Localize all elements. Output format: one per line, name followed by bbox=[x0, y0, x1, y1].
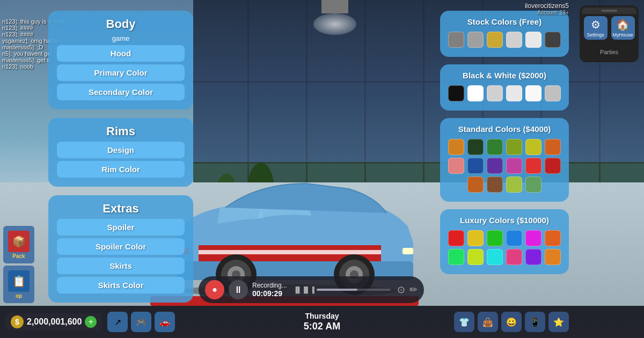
luxury-colors-box: Luxury Colors ($10000) bbox=[440, 209, 569, 274]
op-icon: 📋 bbox=[8, 270, 30, 292]
color-swatch[interactable] bbox=[545, 249, 561, 265]
username-display: iloverocitizens5 Account: 13+ bbox=[525, 2, 569, 16]
pause-recording-button[interactable]: ⏸ bbox=[229, 280, 248, 299]
arrow-icon-button[interactable]: ↗ bbox=[107, 312, 128, 332]
color-swatch[interactable] bbox=[487, 230, 503, 246]
money-amount: 2,000,001,600 bbox=[27, 317, 82, 327]
color-swatch[interactable] bbox=[448, 158, 464, 174]
shirt-icon-button[interactable]: 👕 bbox=[454, 312, 474, 332]
skirts-color-button[interactable]: Skirts Color bbox=[57, 277, 185, 293]
color-swatch[interactable] bbox=[506, 85, 522, 101]
color-swatch[interactable] bbox=[448, 249, 464, 265]
color-swatch[interactable] bbox=[487, 32, 503, 48]
color-swatch[interactable] bbox=[448, 230, 464, 246]
body-subtitle: game bbox=[57, 34, 185, 42]
dollar-icon: $ bbox=[11, 315, 24, 328]
color-swatch[interactable] bbox=[525, 249, 541, 265]
color-swatch[interactable] bbox=[487, 249, 503, 265]
color-swatch[interactable] bbox=[448, 85, 464, 101]
color-swatch[interactable] bbox=[525, 158, 541, 174]
color-swatch[interactable] bbox=[506, 139, 522, 155]
color-swatch[interactable] bbox=[525, 230, 541, 246]
color-swatch[interactable] bbox=[545, 158, 561, 174]
star-icon-button[interactable]: ⭐ bbox=[548, 312, 569, 332]
color-swatch[interactable] bbox=[506, 32, 522, 48]
ceiling-light-glow bbox=[313, 13, 356, 35]
color-swatch[interactable] bbox=[545, 32, 561, 48]
spoiler-button[interactable]: Spoiler bbox=[57, 219, 185, 236]
skirts-button[interactable]: Skirts bbox=[57, 258, 185, 274]
bw-colors-title: Black & White ($2000) bbox=[448, 71, 561, 80]
bw-colors-box: Black & White ($2000) bbox=[440, 64, 569, 111]
color-swatch[interactable] bbox=[487, 85, 503, 101]
color-swatch[interactable] bbox=[487, 158, 503, 174]
color-swatch[interactable] bbox=[487, 177, 503, 193]
color-swatch[interactable] bbox=[487, 139, 503, 155]
bag-icon-button[interactable]: 👜 bbox=[478, 312, 498, 332]
color-swatch[interactable] bbox=[467, 32, 484, 48]
color-swatch[interactable] bbox=[525, 85, 541, 101]
color-swatch[interactable] bbox=[448, 32, 464, 48]
bottom-bar: $ 2,000,001,600 + ↗ 🎮 🚗 Thursday 5:02 AM… bbox=[0, 306, 644, 338]
color-swatch[interactable] bbox=[467, 230, 484, 246]
luxury-color-row-1 bbox=[448, 230, 561, 246]
stock-colors-box: Stock Colors (Free) bbox=[440, 11, 569, 57]
color-swatch[interactable] bbox=[467, 177, 484, 193]
recording-bar: ● ⏸ Recording... 00:09:29 ▐▌▐▌▐ ⊙ ✏ bbox=[199, 276, 424, 303]
color-swatch[interactable] bbox=[506, 158, 522, 174]
color-swatch[interactable] bbox=[506, 230, 522, 246]
spoiler-color-button[interactable]: Spoiler Color bbox=[57, 238, 185, 255]
recording-label: Recording... bbox=[252, 282, 287, 289]
controller-icon-button[interactable]: 🎮 bbox=[131, 312, 151, 332]
color-swatch[interactable] bbox=[525, 177, 541, 193]
body-menu-box: Body game Hood Primary Color Secondary C… bbox=[48, 11, 193, 109]
face-icon-button[interactable]: 😀 bbox=[501, 312, 522, 332]
settings-icon: ⚙ bbox=[591, 18, 601, 31]
day-label: Thursday bbox=[304, 312, 340, 321]
rims-menu-box: Rims Design Rim Color bbox=[48, 118, 193, 187]
color-swatch[interactable] bbox=[506, 177, 522, 193]
luxury-colors-title: Luxury Colors ($10000) bbox=[448, 216, 561, 225]
phone-top-bar bbox=[582, 8, 636, 14]
color-swatch[interactable] bbox=[467, 249, 484, 265]
hood-button[interactable]: Hood bbox=[57, 45, 185, 62]
right-color-panel: Stock Colors (Free) Black & White ($2000… bbox=[440, 11, 569, 282]
phone-icon-button[interactable]: 📱 bbox=[525, 312, 545, 332]
standard-color-row-1 bbox=[448, 139, 561, 155]
color-swatch[interactable] bbox=[545, 139, 561, 155]
extras-title: Extras bbox=[57, 202, 185, 216]
secondary-color-button[interactable]: Secondary Color bbox=[57, 84, 185, 100]
left-customization-panel: Body game Hood Primary Color Secondary C… bbox=[48, 11, 193, 311]
color-swatch[interactable] bbox=[467, 158, 484, 174]
stop-recording-button[interactable]: ● bbox=[205, 280, 224, 299]
primary-color-button[interactable]: Primary Color bbox=[57, 64, 185, 81]
account-text: Account: 13+ bbox=[525, 10, 569, 16]
color-swatch[interactable] bbox=[467, 139, 484, 155]
color-swatch[interactable] bbox=[506, 249, 522, 265]
money-display: $ 2,000,001,600 + bbox=[5, 313, 102, 330]
color-swatch[interactable] bbox=[525, 32, 541, 48]
bw-color-row bbox=[448, 85, 561, 101]
inventory-item-op[interactable]: 📋 op bbox=[3, 266, 34, 303]
car-icon-button[interactable]: 🚗 bbox=[155, 312, 175, 332]
settings-phone-button[interactable]: ⚙ Settings bbox=[584, 16, 608, 40]
color-swatch[interactable] bbox=[467, 85, 484, 101]
recording-timer: 00:09:29 bbox=[252, 289, 287, 298]
rims-title: Rims bbox=[57, 124, 185, 138]
standard-colors-title: Standard Colors ($4000) bbox=[448, 124, 561, 134]
inventory-item-pack[interactable]: 📦 Pack bbox=[3, 226, 34, 263]
myhouse-phone-button[interactable]: 🏠 MyHouse bbox=[611, 16, 635, 40]
add-money-button[interactable]: + bbox=[85, 316, 97, 328]
design-button[interactable]: Design bbox=[57, 142, 185, 158]
recording-camera-button[interactable]: ⊙ bbox=[397, 284, 405, 296]
color-swatch[interactable] bbox=[448, 139, 464, 155]
waveform-icon: ▐▌▐▌▐ bbox=[294, 286, 314, 293]
rim-color-button[interactable]: Rim Color bbox=[57, 161, 185, 178]
color-swatch[interactable] bbox=[545, 230, 561, 246]
time-display: Thursday 5:02 AM bbox=[304, 312, 340, 332]
color-swatch[interactable] bbox=[545, 85, 561, 101]
username-text: iloverocitizens5 bbox=[525, 2, 569, 10]
standard-color-row-2 bbox=[448, 158, 561, 174]
recording-edit-button[interactable]: ✏ bbox=[409, 284, 418, 296]
color-swatch[interactable] bbox=[525, 139, 541, 155]
